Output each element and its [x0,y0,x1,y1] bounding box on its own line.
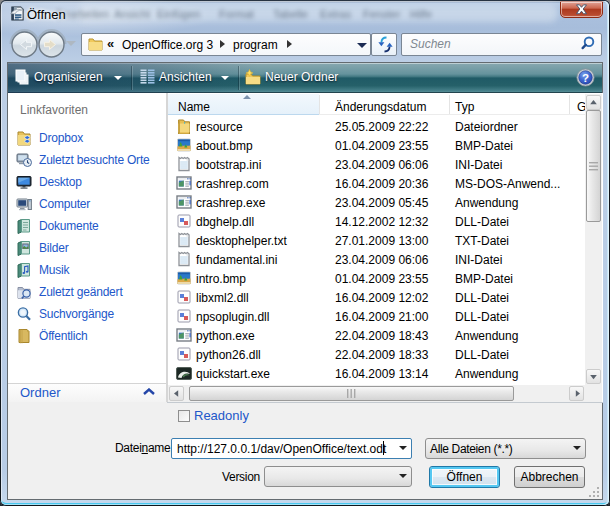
svg-text:?: ? [582,72,589,84]
